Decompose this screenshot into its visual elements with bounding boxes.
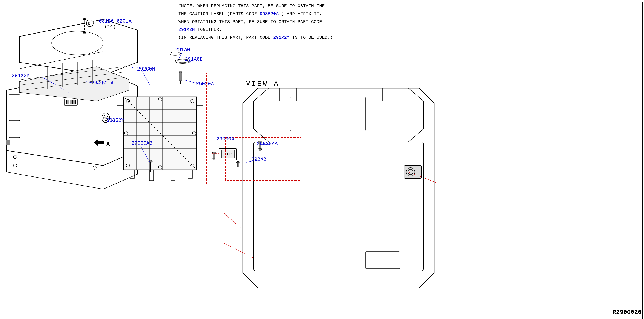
page-container: A VIEW A [0, 0, 644, 319]
svg-rect-96 [237, 162, 239, 167]
note-line1: *NOTE: WHEN REPLACING THIS PART, BE SURE… [178, 4, 325, 8]
note-line4-post: TOGETHER. [195, 27, 222, 32]
svg-rect-16 [6, 140, 10, 145]
note-line5-pre: (IN REPLACING THIS PART, PART CODE [178, 35, 273, 40]
svg-rect-20 [73, 100, 76, 104]
view-a-title: VIEW A [246, 80, 280, 88]
note-line3: WHEN OBTAINING THIS PART, BE SURE TO OBT… [178, 19, 322, 24]
label-38352y: 38352Y [106, 118, 124, 124]
label-29030aa: 29030AA [257, 141, 278, 146]
diagram-ref: R2900020 [612, 309, 642, 316]
svg-rect-5 [84, 19, 85, 24]
note-code2: 291X2M [178, 27, 195, 32]
main-diagram: A VIEW A [0, 0, 644, 319]
label-29030a: 29030A [216, 136, 234, 142]
label-081b6-qty: (14) [104, 24, 116, 30]
label-291a0: 291A0 [175, 47, 190, 53]
label-993b2a: 993B2+A [93, 80, 114, 86]
label-081b6: 081B6-6201A [99, 18, 132, 24]
svg-point-4 [83, 32, 86, 34]
svg-rect-52 [180, 72, 182, 80]
label-292c0m: * 292C0M [131, 66, 155, 72]
svg-point-93 [212, 158, 215, 159]
label-29030ab: 29030AB [132, 140, 152, 146]
svg-point-53 [179, 80, 182, 81]
svg-text:B: B [88, 21, 90, 26]
svg-rect-81 [404, 166, 421, 178]
note-line2-pre: THE CAUTION LABEL (PARTS CODE [178, 12, 260, 16]
note-line2-post: ) AND AFFIX IT. [278, 12, 322, 16]
svg-rect-92 [213, 153, 215, 159]
label-291x2m-left: 291X2M [12, 73, 30, 78]
note-line5-post: IS TO BE USED.) [290, 35, 333, 40]
label-291a0e: 291A0E [185, 56, 203, 62]
note-code3: 291X2M [273, 35, 290, 40]
label-292a2: 292A2 [252, 157, 266, 162]
label-29020a: 29020A [196, 81, 214, 87]
note-code1: 993B2+A [260, 12, 278, 16]
svg-rect-18 [67, 100, 69, 104]
svg-rect-19 [70, 100, 72, 104]
arrow-a-label: A [106, 141, 110, 148]
